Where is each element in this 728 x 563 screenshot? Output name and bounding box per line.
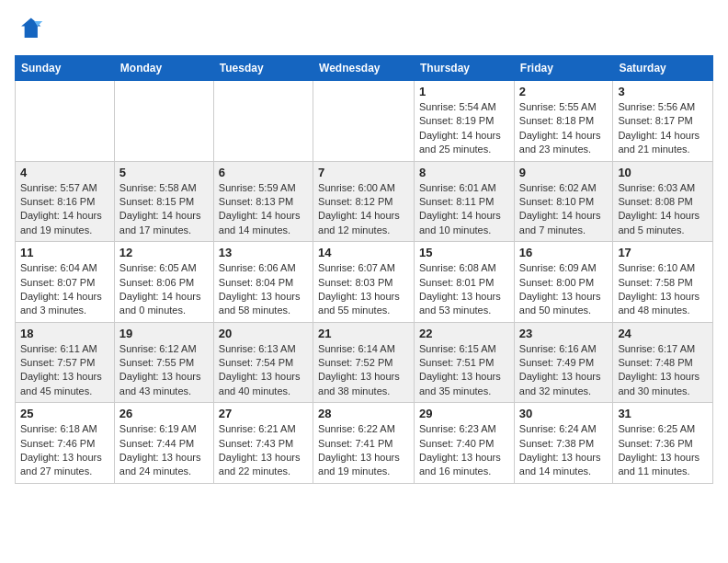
day-number: 20 [219, 327, 308, 340]
calendar-cell: 25Sunrise: 6:18 AM Sunset: 7:46 PM Dayli… [16, 403, 115, 484]
day-number: 2 [519, 85, 609, 98]
weekday-header: Saturday [613, 56, 713, 81]
page-header [15, 15, 713, 44]
calendar-week-row: 11Sunrise: 6:04 AM Sunset: 8:07 PM Dayli… [16, 242, 713, 323]
day-number: 15 [419, 246, 509, 259]
calendar-week-row: 25Sunrise: 6:18 AM Sunset: 7:46 PM Dayli… [16, 403, 713, 484]
day-info: Sunrise: 6:08 AM Sunset: 8:01 PM Dayligh… [419, 261, 509, 318]
day-info: Sunrise: 6:07 AM Sunset: 8:03 PM Dayligh… [318, 261, 409, 318]
calendar-cell [16, 81, 115, 162]
calendar-cell [213, 81, 313, 162]
calendar-cell: 28Sunrise: 6:22 AM Sunset: 7:41 PM Dayli… [313, 403, 415, 484]
day-info: Sunrise: 6:25 AM Sunset: 7:36 PM Dayligh… [618, 422, 708, 479]
day-number: 1 [419, 85, 509, 98]
day-number: 6 [219, 166, 308, 179]
day-info: Sunrise: 6:15 AM Sunset: 7:51 PM Dayligh… [419, 342, 509, 399]
day-number: 11 [20, 246, 109, 259]
day-info: Sunrise: 6:09 AM Sunset: 8:00 PM Dayligh… [519, 261, 609, 318]
day-number: 28 [318, 407, 409, 420]
day-info: Sunrise: 6:10 AM Sunset: 7:58 PM Dayligh… [618, 261, 708, 318]
weekday-header: Friday [514, 56, 613, 81]
day-number: 21 [318, 327, 409, 340]
day-info: Sunrise: 5:54 AM Sunset: 8:19 PM Dayligh… [419, 100, 509, 157]
day-info: Sunrise: 5:58 AM Sunset: 8:15 PM Dayligh… [119, 181, 209, 238]
calendar-cell: 8Sunrise: 6:01 AM Sunset: 8:11 PM Daylig… [415, 161, 515, 242]
logo [15, 15, 48, 44]
day-number: 5 [119, 166, 209, 179]
day-info: Sunrise: 6:22 AM Sunset: 7:41 PM Dayligh… [318, 422, 409, 479]
calendar-cell: 20Sunrise: 6:13 AM Sunset: 7:54 PM Dayli… [213, 322, 313, 403]
calendar-cell [313, 81, 415, 162]
day-number: 7 [318, 166, 409, 179]
day-number: 3 [618, 85, 708, 98]
weekday-header: Monday [114, 56, 213, 81]
weekday-header: Tuesday [213, 56, 313, 81]
calendar-cell: 1Sunrise: 5:54 AM Sunset: 8:19 PM Daylig… [415, 81, 515, 162]
calendar-cell: 6Sunrise: 5:59 AM Sunset: 8:13 PM Daylig… [213, 161, 313, 242]
calendar-cell: 7Sunrise: 6:00 AM Sunset: 8:12 PM Daylig… [313, 161, 415, 242]
day-info: Sunrise: 6:23 AM Sunset: 7:40 PM Dayligh… [419, 422, 509, 479]
day-info: Sunrise: 5:57 AM Sunset: 8:16 PM Dayligh… [20, 181, 109, 238]
day-info: Sunrise: 6:11 AM Sunset: 7:57 PM Dayligh… [20, 342, 109, 399]
svg-marker-0 [21, 18, 40, 38]
day-info: Sunrise: 6:14 AM Sunset: 7:52 PM Dayligh… [318, 342, 409, 399]
calendar-table: SundayMondayTuesdayWednesdayThursdayFrid… [15, 55, 713, 484]
day-info: Sunrise: 6:18 AM Sunset: 7:46 PM Dayligh… [20, 422, 109, 479]
day-number: 16 [519, 246, 609, 259]
calendar-cell: 30Sunrise: 6:24 AM Sunset: 7:38 PM Dayli… [514, 403, 613, 484]
day-number: 22 [419, 327, 509, 340]
calendar-cell: 15Sunrise: 6:08 AM Sunset: 8:01 PM Dayli… [415, 242, 515, 323]
day-info: Sunrise: 5:59 AM Sunset: 8:13 PM Dayligh… [219, 181, 308, 238]
calendar-cell: 10Sunrise: 6:03 AM Sunset: 8:08 PM Dayli… [613, 161, 713, 242]
weekday-header: Sunday [16, 56, 115, 81]
day-info: Sunrise: 6:02 AM Sunset: 8:10 PM Dayligh… [519, 181, 609, 238]
day-number: 12 [119, 246, 209, 259]
calendar-cell: 13Sunrise: 6:06 AM Sunset: 8:04 PM Dayli… [213, 242, 313, 323]
day-number: 26 [119, 407, 209, 420]
calendar-cell: 5Sunrise: 5:58 AM Sunset: 8:15 PM Daylig… [114, 161, 213, 242]
day-number: 24 [618, 327, 708, 340]
calendar-cell [114, 81, 213, 162]
calendar-week-row: 1Sunrise: 5:54 AM Sunset: 8:19 PM Daylig… [16, 81, 713, 162]
day-info: Sunrise: 5:55 AM Sunset: 8:18 PM Dayligh… [519, 100, 609, 157]
calendar-cell: 9Sunrise: 6:02 AM Sunset: 8:10 PM Daylig… [514, 161, 613, 242]
day-info: Sunrise: 6:03 AM Sunset: 8:08 PM Dayligh… [618, 181, 708, 238]
day-info: Sunrise: 6:06 AM Sunset: 8:04 PM Dayligh… [219, 261, 308, 318]
day-number: 18 [20, 327, 109, 340]
calendar-cell: 18Sunrise: 6:11 AM Sunset: 7:57 PM Dayli… [16, 322, 115, 403]
calendar-cell: 16Sunrise: 6:09 AM Sunset: 8:00 PM Dayli… [514, 242, 613, 323]
calendar-cell: 31Sunrise: 6:25 AM Sunset: 7:36 PM Dayli… [613, 403, 713, 484]
calendar-week-row: 4Sunrise: 5:57 AM Sunset: 8:16 PM Daylig… [16, 161, 713, 242]
calendar-cell: 17Sunrise: 6:10 AM Sunset: 7:58 PM Dayli… [613, 242, 713, 323]
day-number: 23 [519, 327, 609, 340]
day-number: 10 [618, 166, 708, 179]
calendar-week-row: 18Sunrise: 6:11 AM Sunset: 7:57 PM Dayli… [16, 322, 713, 403]
day-info: Sunrise: 6:17 AM Sunset: 7:48 PM Dayligh… [618, 342, 708, 399]
calendar-cell: 2Sunrise: 5:55 AM Sunset: 8:18 PM Daylig… [514, 81, 613, 162]
day-number: 19 [119, 327, 209, 340]
day-number: 29 [419, 407, 509, 420]
day-info: Sunrise: 6:00 AM Sunset: 8:12 PM Dayligh… [318, 181, 409, 238]
day-number: 17 [618, 246, 708, 259]
calendar-cell: 11Sunrise: 6:04 AM Sunset: 8:07 PM Dayli… [16, 242, 115, 323]
calendar-cell: 12Sunrise: 6:05 AM Sunset: 8:06 PM Dayli… [114, 242, 213, 323]
day-info: Sunrise: 6:01 AM Sunset: 8:11 PM Dayligh… [419, 181, 509, 238]
calendar-cell: 14Sunrise: 6:07 AM Sunset: 8:03 PM Dayli… [313, 242, 415, 323]
calendar-cell: 4Sunrise: 5:57 AM Sunset: 8:16 PM Daylig… [16, 161, 115, 242]
day-number: 30 [519, 407, 609, 420]
day-number: 31 [618, 407, 708, 420]
day-number: 4 [20, 166, 109, 179]
calendar-cell: 27Sunrise: 6:21 AM Sunset: 7:43 PM Dayli… [213, 403, 313, 484]
calendar-cell: 29Sunrise: 6:23 AM Sunset: 7:40 PM Dayli… [415, 403, 515, 484]
day-number: 8 [419, 166, 509, 179]
weekday-header-row: SundayMondayTuesdayWednesdayThursdayFrid… [16, 56, 713, 81]
weekday-header: Thursday [415, 56, 515, 81]
day-info: Sunrise: 6:12 AM Sunset: 7:55 PM Dayligh… [119, 342, 209, 399]
day-number: 9 [519, 166, 609, 179]
calendar-cell: 23Sunrise: 6:16 AM Sunset: 7:49 PM Dayli… [514, 322, 613, 403]
logo-icon [15, 15, 44, 44]
day-info: Sunrise: 6:24 AM Sunset: 7:38 PM Dayligh… [519, 422, 609, 479]
day-number: 25 [20, 407, 109, 420]
calendar-cell: 24Sunrise: 6:17 AM Sunset: 7:48 PM Dayli… [613, 322, 713, 403]
day-info: Sunrise: 6:04 AM Sunset: 8:07 PM Dayligh… [20, 261, 109, 318]
